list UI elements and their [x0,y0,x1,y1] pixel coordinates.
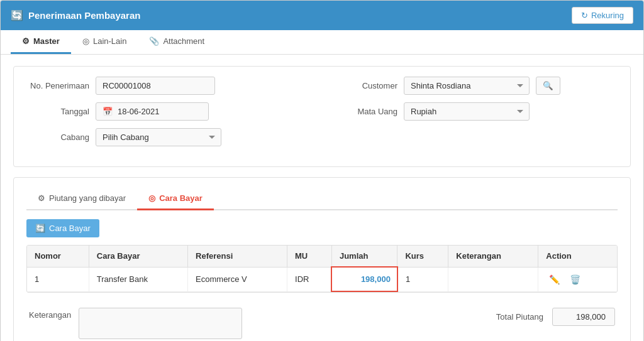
total-piutang-label: Total Piutang [496,312,543,322]
tab-master-icon: ⚙ [22,36,30,46]
add-cara-bayar-label: Cara Bayar [49,224,91,233]
title-icon: 🔄 [11,9,23,21]
sub-section: ⚙ Piutang yang dibayar ◎ Cara Bayar 🔄 Ca… [13,177,631,341]
tanggal-display[interactable]: 📅 18-06-2021 [96,102,209,121]
add-cara-bayar-button[interactable]: 🔄 Cara Bayar [26,219,99,237]
tab-master[interactable]: ⚙ Master [11,30,71,54]
tab-master-label: Master [33,36,60,46]
sub-tab-piutang-icon: ⚙ [38,193,45,203]
action-buttons: ✏️ 🗑️ [546,273,609,286]
no-penerimaan-input[interactable] [96,77,215,95]
main-content: No. Penerimaan Customer Shinta Rosdiana … [1,55,643,341]
total-piutang-value: 198,000 [552,308,615,326]
main-tabs: ⚙ Master ◎ Lain-Lain 📎 Attachment [1,30,643,55]
sub-tab-piutang[interactable]: ⚙ Piutang yang dibayar [26,188,137,210]
col-header-action: Action [538,246,617,267]
col-header-mu: MU [287,246,332,267]
cara-bayar-table-container: Nomor Cara Bayar Referensi MU Jumlah Kur… [26,245,618,293]
form-group-mata-uang: Mata Uang Rupiah [335,102,618,121]
col-header-jumlah: Jumlah [331,246,397,267]
form-group-cabang: Cabang Pilih Cabang [26,128,309,146]
col-header-nomor: Nomor [27,246,89,267]
cell-mu: IDR [287,267,332,291]
sub-tab-cara-bayar-icon: ◎ [148,193,155,203]
cabang-select[interactable]: Pilih Cabang [96,128,221,146]
footer-row: Keterangan Total Piutang 198,000 [26,303,618,341]
table-row: 1 Transfer Bank Ecommerce V IDR 198,000 … [27,267,617,291]
mata-uang-select[interactable]: Rupiah [404,102,530,121]
page-title: Penerimaan Pembayaran [28,10,140,21]
rekuring-label: Rekuring [591,11,624,20]
form-group-no-penerimaan: No. Penerimaan [26,77,309,95]
title-bar: 🔄 Penerimaan Pembayaran ↻ Rekuring [1,1,643,30]
cell-cara-bayar: Transfer Bank [89,267,187,291]
cell-keterangan [448,267,538,291]
col-header-referensi: Referensi [188,246,287,267]
cell-kurs: 1 [397,267,448,291]
footer-right: Total Piutang 198,000 [496,308,615,326]
cara-bayar-table: Nomor Cara Bayar Referensi MU Jumlah Kur… [27,246,617,292]
tab-lain-lain[interactable]: ◎ Lain-Lain [71,30,138,54]
add-cara-bayar-icon: 🔄 [35,224,45,233]
sub-tab-cara-bayar-label: Cara Bayar [159,193,203,203]
keterangan-footer-label: Keterangan [29,310,71,320]
sub-tab-cara-bayar[interactable]: ◎ Cara Bayar [137,188,214,210]
col-header-kurs: Kurs [397,246,448,267]
main-window: 🔄 Penerimaan Pembayaran ↻ Rekuring ⚙ Mas… [0,0,644,341]
title-bar-left: 🔄 Penerimaan Pembayaran [11,9,140,21]
tanggal-label: Tanggal [26,107,89,116]
tab-lain-lain-icon: ◎ [82,36,89,46]
calendar-icon: 📅 [103,107,113,116]
rekuring-button[interactable]: ↻ Rekuring [572,7,633,24]
customer-select[interactable]: Shinta Rosdiana [404,77,530,95]
tab-attachment[interactable]: 📎 Attachment [138,30,216,54]
tab-lain-lain-label: Lain-Lain [93,36,127,46]
col-header-cara-bayar: Cara Bayar [89,246,187,267]
mata-uang-label: Mata Uang [335,107,397,116]
cell-nomor: 1 [27,267,89,291]
customer-label: Customer [335,81,397,90]
cell-referensi: Ecommerce V [188,267,287,291]
form-section: No. Penerimaan Customer Shinta Rosdiana … [13,66,631,167]
form-row-3: Cabang Pilih Cabang [26,128,618,146]
rekuring-icon: ↻ [581,11,588,20]
table-body: 1 Transfer Bank Ecommerce V IDR 198,000 … [27,267,617,291]
customer-search-button[interactable]: 🔍 [536,77,560,95]
no-penerimaan-label: No. Penerimaan [26,81,89,90]
tanggal-value: 18-06-2021 [118,107,160,116]
form-row-2: Tanggal 📅 18-06-2021 Mata Uang Rupiah [26,102,618,121]
edit-button[interactable]: ✏️ [546,273,563,286]
keterangan-textarea[interactable] [79,308,242,339]
tab-attachment-label: Attachment [163,36,204,46]
sub-tabs: ⚙ Piutang yang dibayar ◎ Cara Bayar [26,188,618,210]
search-icon: 🔍 [543,81,553,90]
footer-left: Keterangan [29,308,242,339]
form-group-customer: Customer Shinta Rosdiana 🔍 [335,77,618,95]
sub-tab-piutang-label: Piutang yang dibayar [49,193,126,203]
table-header-row: Nomor Cara Bayar Referensi MU Jumlah Kur… [27,246,617,267]
form-group-tanggal: Tanggal 📅 18-06-2021 [26,102,309,121]
cell-action: ✏️ 🗑️ [538,267,617,291]
form-row-1: No. Penerimaan Customer Shinta Rosdiana … [26,77,618,95]
tab-attachment-icon: 📎 [149,36,159,46]
cell-jumlah[interactable]: 198,000 [331,267,397,291]
delete-button[interactable]: 🗑️ [567,273,584,286]
col-header-keterangan: Keterangan [448,246,538,267]
cabang-label: Cabang [26,133,89,142]
